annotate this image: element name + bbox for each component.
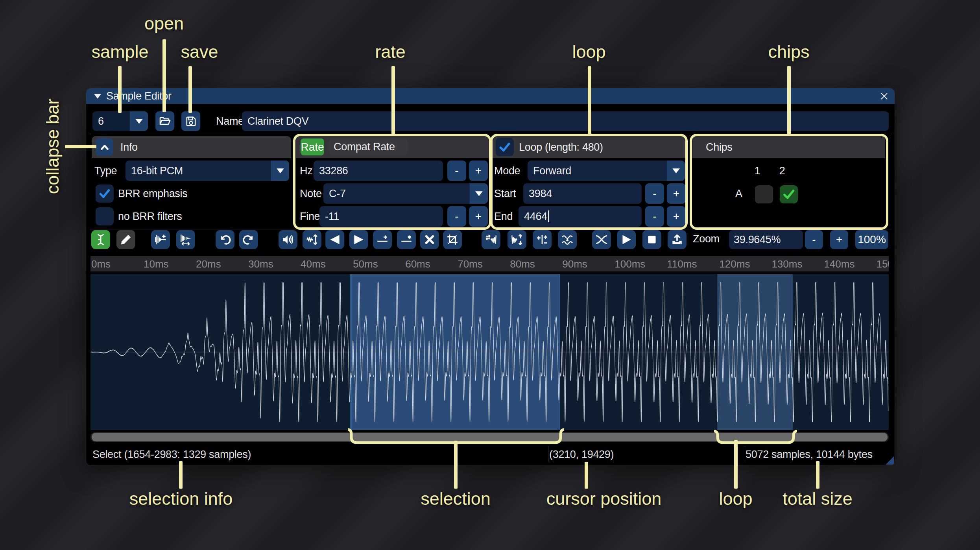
toolbar-normalize-button[interactable]	[303, 230, 321, 249]
toolbar-signed-unsigned-button[interactable]	[533, 230, 552, 249]
timeline-ruler[interactable]: 0ms10ms20ms30ms40ms50ms60ms70ms80ms90ms1…	[90, 256, 889, 271]
ruler-label: 130ms	[771, 256, 802, 271]
type-select-arrow[interactable]	[271, 161, 289, 181]
ruler-label: 10ms	[144, 256, 169, 271]
type-value: 16-bit PCM	[131, 161, 183, 181]
window-resize-grip[interactable]	[886, 456, 894, 465]
ruler-label: 90ms	[562, 256, 587, 271]
toolbar-trim-button[interactable]	[443, 230, 462, 249]
toolbar-resample-button[interactable]	[176, 230, 195, 249]
annotation-line-open	[162, 39, 166, 112]
status-selection-info: Select (1654-2983: 1329 samples)	[92, 443, 251, 465]
zoom-in-button[interactable]: +	[830, 230, 848, 249]
sample-select-arrow[interactable]	[130, 111, 148, 131]
toolbar-stop-preview-button[interactable]	[642, 230, 661, 249]
annotation-selection-info: selection info	[129, 489, 233, 509]
folder-open-icon	[159, 115, 171, 127]
sample-number: 6	[98, 111, 104, 131]
toolbar-fade-in-button[interactable]	[325, 230, 344, 249]
normalize-icon	[305, 233, 319, 246]
crop-icon	[446, 233, 459, 246]
toolbar-crossfade-loop-button[interactable]	[592, 230, 611, 249]
no-brr-filters-checkbox[interactable]	[96, 207, 114, 225]
annotation-total-size: total size	[783, 489, 853, 509]
annotation-rate: rate	[375, 42, 406, 62]
status-total-size: 5072 samples, 10144 bytes	[746, 443, 873, 465]
play-icon	[620, 233, 633, 246]
toolbar-apply-silence-button[interactable]	[397, 230, 416, 249]
zoom-label: Zoom	[693, 229, 720, 248]
chevron-up-icon	[99, 141, 111, 153]
ruler-label: 140ms	[824, 256, 855, 271]
invert-icon	[510, 233, 524, 246]
annotation-save: save	[181, 42, 218, 62]
toolbar-edit-mode-select-button[interactable]	[91, 230, 110, 249]
ruler-label: 150ms	[876, 256, 889, 271]
caret-down-icon	[135, 118, 144, 124]
toolbar-apply-filter-button[interactable]	[558, 230, 577, 249]
annotation-loop-bottom: loop	[719, 489, 752, 509]
annotation-collapse-bar: collapse bar	[42, 99, 63, 194]
annotation-cursor-position: cursor position	[546, 489, 662, 509]
annotation-chips: chips	[768, 42, 809, 62]
toolbar-preview-sample-button[interactable]	[617, 230, 636, 249]
window-collapse-icon[interactable]	[93, 93, 102, 99]
toolbar-fade-out-button[interactable]	[349, 230, 368, 249]
toolbar-amplify-button[interactable]	[279, 230, 297, 249]
zoom-input[interactable]: 39.9645%	[729, 230, 803, 249]
wave-stretch-icon	[179, 233, 192, 246]
toolbar-insert-silence-button[interactable]	[373, 230, 392, 249]
window-titlebar[interactable]: Sample Editor	[86, 88, 895, 104]
annotation-line-selection	[454, 441, 458, 489]
type-select[interactable]: 16-bit PCM	[125, 161, 289, 181]
annotation-box-chips	[690, 134, 888, 230]
zoom-reset-button[interactable]: 100%	[855, 230, 888, 249]
volume-icon	[281, 233, 295, 246]
toolbar-make-instrument-button[interactable]	[668, 230, 687, 249]
info-collapse-button[interactable]	[96, 138, 113, 156]
toolbar-edit-mode-draw-button[interactable]	[116, 230, 135, 249]
annotation-line-loop-bottom	[734, 440, 738, 489]
undo-icon	[218, 233, 232, 246]
crossfade-icon	[595, 233, 608, 246]
annotation-line-rate	[391, 66, 395, 135]
check-icon	[98, 187, 111, 200]
info-panel-title: Info	[120, 136, 138, 158]
ruler-label: 60ms	[405, 256, 430, 271]
status-separator	[548, 446, 548, 462]
annotation-bracket-loop	[714, 430, 797, 446]
upload-icon	[670, 233, 684, 246]
annotation-line-selection-info	[179, 461, 183, 489]
name-input[interactable]: Clarinet DQV	[242, 111, 889, 131]
toolbar-resize-button[interactable]	[151, 230, 170, 249]
brr-emphasis-checkbox[interactable]	[96, 185, 114, 203]
annotation-line-loop	[588, 66, 591, 135]
ruler-label: 20ms	[196, 256, 221, 271]
annotation-sample: sample	[91, 42, 148, 62]
pencil-icon	[119, 233, 133, 246]
annotation-box-rate	[293, 134, 491, 230]
close-icon[interactable]	[879, 91, 889, 101]
zoom-out-button[interactable]: -	[805, 230, 823, 249]
annotation-line-cursor-position	[585, 462, 588, 489]
ruler-label: 30ms	[248, 256, 273, 271]
name-value: Clarinet DQV	[247, 111, 308, 131]
toolbar-delete-button[interactable]	[420, 230, 439, 249]
annotation-line-chips	[787, 66, 791, 136]
fade-out-icon	[352, 233, 365, 246]
annotation-line-total-size	[816, 461, 819, 489]
ruler-label: 50ms	[353, 256, 378, 271]
ruler-label: 80ms	[510, 256, 535, 271]
toolbar-reverse-button[interactable]	[482, 230, 500, 249]
waveform-display[interactable]	[90, 274, 889, 430]
toolbar-redo-button[interactable]	[239, 230, 258, 249]
toolbar-invert-button[interactable]	[508, 230, 526, 249]
sample-select[interactable]: 6	[92, 111, 148, 131]
ruler-label: 100ms	[615, 256, 645, 271]
save-button[interactable]	[181, 111, 200, 131]
times-icon	[423, 233, 436, 246]
open-button[interactable]	[155, 111, 174, 131]
toolbar-undo-button[interactable]	[216, 230, 234, 249]
annotation-box-loop	[490, 134, 688, 230]
floppy-icon	[185, 115, 197, 127]
